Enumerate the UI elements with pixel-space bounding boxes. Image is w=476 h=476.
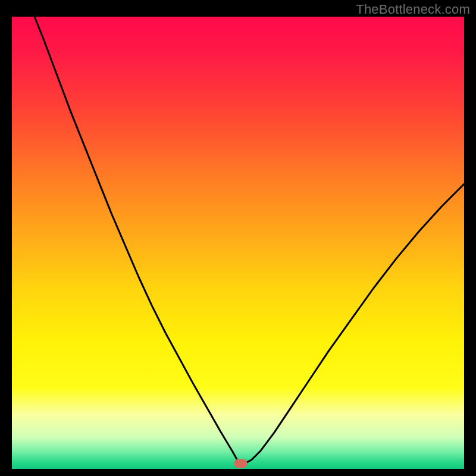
chart-container: TheBottleneck.com xyxy=(0,0,476,476)
optimal-point-marker xyxy=(234,459,248,468)
bottleneck-chart xyxy=(0,0,476,476)
gradient-background xyxy=(12,17,464,469)
watermark-label: TheBottleneck.com xyxy=(356,2,470,17)
